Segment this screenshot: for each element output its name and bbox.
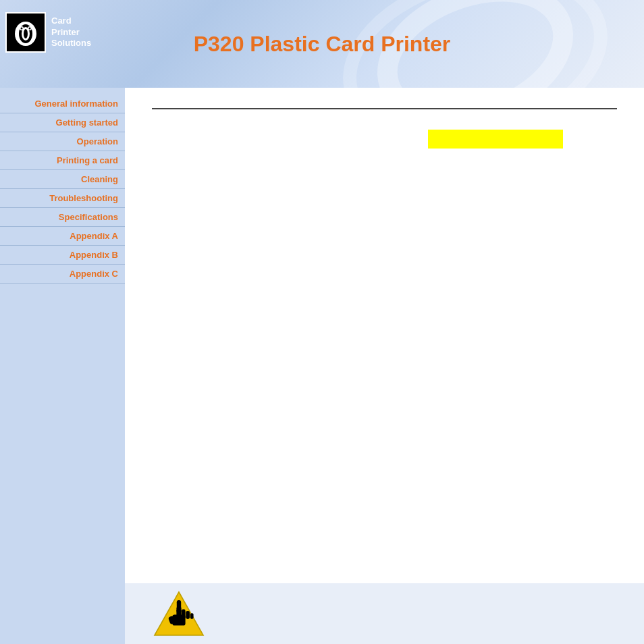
svg-rect-14 bbox=[177, 600, 181, 616]
sidebar-item-appendix-a[interactable]: Appendix A bbox=[0, 227, 125, 246]
content-area bbox=[125, 88, 644, 644]
svg-point-7 bbox=[21, 28, 23, 30]
content-inner bbox=[125, 88, 644, 644]
sidebar-item-appendix-c[interactable]: Appendix C bbox=[0, 265, 125, 284]
header: Card Printer Solutions P320 Plastic Card… bbox=[0, 0, 644, 88]
svg-rect-15 bbox=[182, 610, 186, 619]
content-divider bbox=[152, 108, 617, 109]
sidebar-item-specifications[interactable]: Specifications bbox=[0, 208, 125, 227]
yellow-highlight-bar bbox=[428, 130, 563, 149]
warning-box bbox=[125, 583, 644, 644]
sidebar: General information Getting started Oper… bbox=[0, 88, 125, 644]
sidebar-item-general-information[interactable]: General information bbox=[0, 95, 125, 113]
warning-triangle-icon bbox=[152, 587, 206, 641]
sidebar-item-operation[interactable]: Operation bbox=[0, 132, 125, 151]
sidebar-item-getting-started[interactable]: Getting started bbox=[0, 113, 125, 132]
page-title: P320 Plastic Card Printer bbox=[194, 32, 451, 57]
zebra-logo bbox=[5, 12, 46, 53]
svg-point-8 bbox=[29, 28, 31, 30]
logo-area: Card Printer Solutions bbox=[5, 12, 91, 53]
sidebar-item-cleaning[interactable]: Cleaning bbox=[0, 170, 125, 189]
svg-rect-16 bbox=[186, 611, 190, 619]
brand-text: Card Printer Solutions bbox=[51, 16, 91, 50]
sidebar-item-appendix-b[interactable]: Appendix B bbox=[0, 246, 125, 265]
main-layout: General information Getting started Oper… bbox=[0, 88, 644, 644]
svg-rect-17 bbox=[190, 613, 194, 619]
sidebar-item-printing-a-card[interactable]: Printing a card bbox=[0, 151, 125, 170]
sidebar-item-troubleshooting[interactable]: Troubleshooting bbox=[0, 189, 125, 208]
svg-point-4 bbox=[24, 29, 28, 38]
